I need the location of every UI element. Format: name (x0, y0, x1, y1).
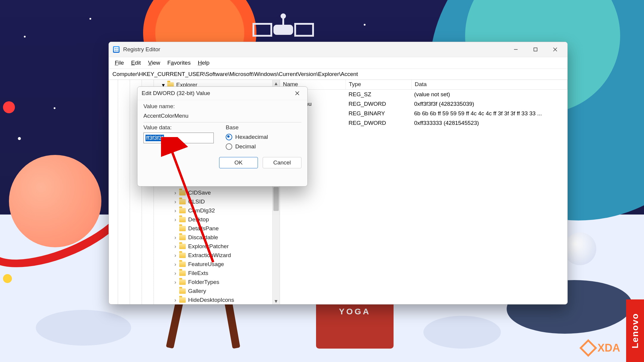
tree-node-label: ComDlg32 (188, 207, 215, 214)
tree-node-label: ExtractionWizard (188, 252, 231, 259)
cancel-button[interactable]: Cancel (263, 157, 301, 168)
folder-icon (179, 253, 186, 258)
tree-node[interactable]: ›CIDSave (109, 188, 280, 197)
chevron-right-icon[interactable]: › (171, 297, 179, 303)
minimize-button[interactable] (506, 42, 526, 57)
radio-dec[interactable]: Decimal (226, 143, 301, 150)
regedit-icon (113, 46, 120, 53)
list-row[interactable]: AccentPaletteREG_BINARY6b 6b 6b ff 59 59… (280, 109, 567, 118)
menu-view[interactable]: View (145, 58, 163, 67)
address-input[interactable] (112, 71, 564, 78)
menu-file[interactable]: File (112, 58, 127, 67)
chevron-right-icon[interactable]: › (171, 216, 179, 223)
list-row[interactable]: AccentColorMenuREG_DWORD0xff3f3f3f (4282… (280, 99, 567, 109)
chevron-right-icon[interactable]: › (171, 252, 179, 259)
tree-node-label: Desktop (188, 216, 209, 223)
tree-node-label: CLSID (188, 198, 205, 205)
radio-hex-indicator (226, 134, 232, 140)
tree-node[interactable]: ›CLSID (109, 197, 280, 206)
scroll-down-icon[interactable]: ▾ (273, 298, 280, 304)
folder-icon (179, 279, 186, 285)
xda-watermark: XDA (582, 342, 620, 354)
radio-dec-indicator (226, 143, 232, 150)
tree-node[interactable]: ›Discardable (109, 233, 280, 242)
chevron-right-icon[interactable]: › (171, 234, 179, 241)
close-button[interactable] (545, 42, 565, 57)
value-data-text: ff3f3f3f (145, 135, 164, 141)
tree-node-label: FileExts (188, 270, 208, 276)
edit-dword-dialog: Edit DWORD (32-bit) Value Value name: Ac… (137, 86, 308, 187)
tree-node-label: FeatureUsage (188, 261, 224, 268)
value-data: (value not set) (411, 91, 567, 98)
value-name-label: Value name: (143, 103, 301, 110)
tree-node[interactable]: ›FolderTypes (109, 278, 280, 287)
chevron-right-icon[interactable]: › (171, 198, 179, 205)
col-data[interactable]: Data (412, 80, 567, 89)
tree-node[interactable]: Gallery (109, 287, 280, 296)
tree-node[interactable]: ›HideDesktopIcons (109, 296, 280, 304)
chevron-right-icon[interactable]: › (171, 243, 179, 250)
svg-point-4 (281, 14, 285, 18)
col-type[interactable]: Type (346, 80, 412, 89)
folder-icon (179, 235, 186, 240)
scroll-up-icon[interactable]: ▴ (273, 80, 280, 86)
titlebar[interactable]: Registry Editor (109, 42, 567, 57)
tree-node-label: FolderTypes (188, 279, 219, 285)
value-data: 6b 6b 6b ff 59 59 59 ff 4c 4c 4c ff 3f 3… (411, 110, 567, 117)
value-type: REG_BINARY (346, 110, 411, 117)
scroll-thumb[interactable] (273, 187, 279, 211)
value-data-input[interactable]: ff3f3f3f (143, 133, 214, 143)
list-row[interactable]: StartColorMenuREG_DWORD0xff333333 (42815… (280, 118, 567, 128)
chevron-right-icon[interactable]: › (171, 189, 179, 196)
chevron-right-icon[interactable]: › (171, 261, 179, 268)
tree-node-label: ExplorerPatcher (188, 243, 229, 250)
value-type: REG_DWORD (346, 101, 411, 107)
value-data: 0xff333333 (4281545523) (411, 120, 567, 126)
value-list[interactable]: Name Type Data (Default)REG_SZ(value not… (280, 80, 567, 304)
chevron-right-icon[interactable]: › (171, 279, 179, 285)
maximize-button[interactable] (526, 42, 545, 57)
folder-icon (179, 217, 186, 222)
tree-node[interactable]: ›ExplorerPatcher (109, 242, 280, 251)
address-bar[interactable] (109, 69, 567, 80)
list-row[interactable]: (Default)REG_SZ(value not set) (280, 90, 567, 99)
tree-node-label: CIDSave (188, 189, 211, 196)
folder-icon (179, 226, 186, 231)
menu-help[interactable]: Help (195, 58, 212, 67)
folder-icon (179, 297, 186, 303)
chevron-right-icon[interactable]: › (171, 270, 179, 276)
radio-hex[interactable]: Hexadecimal (226, 134, 301, 140)
tree-node[interactable]: ›ExtractionWizard (109, 251, 280, 260)
folder-icon (179, 288, 186, 294)
folder-icon (179, 199, 186, 204)
tree-node[interactable]: ›ComDlg32 (109, 206, 280, 215)
tree-node[interactable]: DetailsPane (109, 224, 280, 233)
tree-node[interactable]: ›FeatureUsage (109, 260, 280, 269)
folder-icon (179, 271, 186, 276)
menu-favorites[interactable]: Favorites (164, 58, 193, 67)
tree-node-label: HideDesktopIcons (188, 297, 234, 303)
folder-icon (179, 208, 186, 213)
base-label: Base (226, 124, 301, 131)
value-data-label: Value data: (143, 124, 214, 131)
value-name-field[interactable]: AccentColorMenu (143, 111, 301, 122)
window-title: Registry Editor (123, 46, 160, 53)
menu-edit[interactable]: Edit (128, 58, 144, 67)
list-header[interactable]: Name Type Data (280, 80, 567, 90)
tree-node[interactable]: ›Desktop (109, 215, 280, 224)
tree-node-label: DetailsPane (188, 225, 219, 232)
value-data: 0xff3f3f3f (4282335039) (411, 101, 567, 107)
lenovo-badge: Lenovo (626, 299, 644, 362)
folder-icon (179, 262, 186, 267)
value-type: REG_DWORD (346, 120, 411, 126)
chevron-right-icon[interactable]: › (171, 207, 179, 214)
folder-icon (179, 190, 186, 195)
ok-button[interactable]: OK (219, 157, 258, 168)
svg-rect-6 (534, 48, 537, 51)
folder-icon (179, 244, 186, 249)
tree-node[interactable]: ›FileExts (109, 269, 280, 278)
svg-rect-1 (295, 24, 313, 36)
tree-node-label: Gallery (188, 288, 206, 294)
tree-node-label: Discardable (188, 234, 218, 241)
dialog-close-button[interactable] (291, 87, 303, 99)
